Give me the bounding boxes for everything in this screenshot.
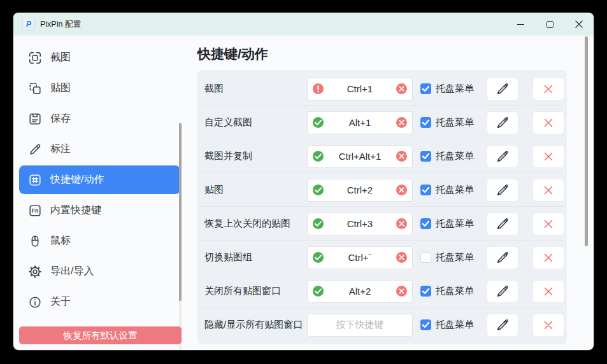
hotkey-valid-icon [313,286,324,297]
sidebar-item-label: 截图 [50,51,71,64]
clear-hotkey-icon[interactable] [396,83,407,94]
edit-hotkey-button[interactable] [487,314,518,337]
sidebar-item-save[interactable]: 保存 [19,104,180,133]
checkmark-icon [421,151,431,161]
sidebar-scrollbar-thumb[interactable] [179,123,182,301]
hotkey-value: Alt+2 [324,286,396,297]
hotkey-input[interactable]: 按下快捷键 [307,314,413,337]
clear-hotkey-icon[interactable] [396,252,407,263]
sidebar-item-capture[interactable]: 截图 [19,43,180,72]
minimize-button[interactable] [506,13,535,36]
window-controls [506,13,594,36]
edit-pencil-icon [496,251,510,265]
sidebar-item-label: 标注 [50,143,71,156]
hotkey-input[interactable]: Alt+2 [307,280,413,303]
close-button[interactable] [564,13,594,36]
action-label: 贴图 [204,184,307,196]
hotkey-valid-icon [313,117,324,128]
tray-menu-option: 托盘菜单 [420,319,487,331]
maximize-button[interactable] [535,13,564,36]
hotkey-input[interactable]: Ctrl+Alt+1 [307,145,413,168]
tray-menu-checkbox[interactable] [420,319,431,330]
hotkey-row: 截图并复制Ctrl+Alt+1托盘菜单 [197,139,567,173]
hotkey-input[interactable]: Ctrl+2 [307,179,413,202]
tray-menu-option: 托盘菜单 [420,218,487,230]
tray-menu-label: 托盘菜单 [436,319,474,331]
edit-hotkey-button[interactable] [487,246,518,269]
hotkey-value: Ctrl+2 [324,185,396,195]
hotkey-valid-icon [313,218,324,229]
tray-menu-checkbox[interactable] [420,117,431,128]
edit-pencil-icon [496,82,510,96]
delete-x-icon [543,252,554,263]
hotkey-value: Ctrl+Alt+1 [324,151,396,162]
tray-menu-checkbox[interactable] [420,286,431,297]
tray-menu-checkbox[interactable] [420,185,431,195]
tray-menu-label: 托盘菜单 [436,218,474,230]
sidebar-item-label: 导出/导入 [50,265,94,278]
checkmark-icon [421,320,431,330]
sidebar-item-mouse[interactable]: 鼠标 [19,227,180,255]
clear-hotkey-icon[interactable] [396,151,407,162]
delete-hotkey-button[interactable] [532,280,564,303]
action-label: 关闭所有贴图窗口 [204,285,307,297]
sidebar-item-hotkeys[interactable]: 快捷键/动作 [19,165,180,194]
action-label: 恢复上次关闭的贴图 [204,218,307,230]
sidebar-item-about[interactable]: 关于 [19,288,180,316]
restore-defaults-button[interactable]: 恢复所有默认设置 [19,326,182,344]
edit-hotkey-button[interactable] [487,145,518,168]
clear-hotkey-icon[interactable] [396,286,407,297]
clear-hotkey-icon[interactable] [396,117,407,128]
hotkey-input[interactable]: Ctrl+3 [307,213,413,235]
tray-menu-checkbox[interactable] [420,252,431,263]
tray-menu-checkbox[interactable] [420,151,431,162]
tray-menu-label: 托盘菜单 [436,184,474,196]
fn-icon: Fn [28,204,42,218]
tray-menu-checkbox[interactable] [420,218,431,229]
hotkey-valid-icon [313,185,324,195]
action-label: 自定义截图 [204,116,307,129]
sidebar-item-pin[interactable]: 贴图 [19,74,180,102]
edit-hotkey-button[interactable] [487,111,518,134]
clear-hotkey-icon[interactable] [396,185,407,195]
tray-menu-option: 托盘菜单 [420,251,487,263]
edit-hotkey-button[interactable] [487,179,518,202]
close-icon [575,20,583,29]
hotkey-list-panel: 截图Ctrl+1托盘菜单自定义截图Alt+1托盘菜单截图并复制Ctrl+Alt+… [197,70,567,344]
edit-pencil-icon [496,116,510,130]
delete-hotkey-button[interactable] [532,78,564,101]
tray-menu-checkbox[interactable] [420,83,431,94]
clear-hotkey-icon[interactable] [396,218,407,229]
sidebar-item-annotate[interactable]: 标注 [19,135,180,164]
edit-hotkey-button[interactable] [487,213,518,235]
sidebar-item-builtin-hotkeys[interactable]: Fn内置快捷键 [19,196,180,225]
delete-hotkey-button[interactable] [532,314,564,337]
titlebar: P PixPin 配置 [13,13,594,36]
hotkey-input[interactable]: Alt+1 [307,111,413,134]
edit-hotkey-button[interactable] [487,280,518,303]
delete-hotkey-button[interactable] [532,213,564,235]
tray-menu-option: 托盘菜单 [420,150,487,162]
edit-pencil-icon [496,284,510,298]
tray-menu-option: 托盘菜单 [420,184,487,196]
hotkey-input[interactable]: Ctrl+` [307,246,413,269]
edit-pencil-icon [496,318,510,332]
sidebar-item-label: 关于 [50,295,71,309]
checkmark-icon [421,286,431,296]
hotkey-input[interactable]: Ctrl+1 [307,78,413,101]
delete-hotkey-button[interactable] [532,246,564,269]
action-label: 截图并复制 [204,150,307,162]
sidebar-item-label: 贴图 [50,81,71,95]
sidebar-item-export-import[interactable]: 导出/导入 [19,257,180,286]
gear-icon [28,265,42,279]
hotkey-row: 截图Ctrl+1托盘菜单 [197,72,567,106]
edit-hotkey-button[interactable] [487,78,518,101]
main-scrollbar-thumb[interactable] [585,36,588,246]
crop-icon [28,51,42,65]
delete-hotkey-button[interactable] [532,111,564,134]
delete-hotkey-button[interactable] [532,145,564,168]
delete-hotkey-button[interactable] [532,179,564,202]
mouse-icon [28,234,42,248]
delete-x-icon [543,319,554,331]
sidebar-item-label: 内置快捷键 [50,204,101,217]
